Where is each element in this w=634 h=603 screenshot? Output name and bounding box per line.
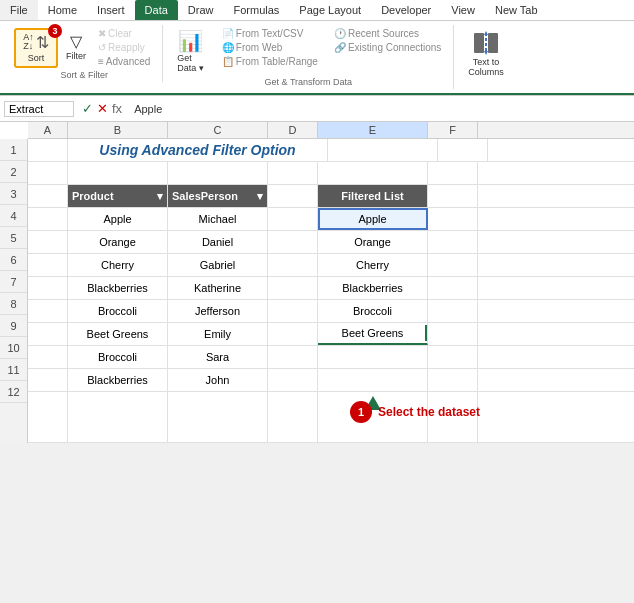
cell-c3-salesperson-header[interactable]: SalesPerson ▾: [168, 185, 268, 207]
cell-f11[interactable]: [428, 369, 478, 391]
recent-sources-button[interactable]: 🕐 Recent Sources: [330, 27, 445, 40]
cell-d5[interactable]: [268, 231, 318, 253]
cell-e7[interactable]: Blackberries: [318, 277, 428, 299]
cell-e2[interactable]: [318, 162, 428, 184]
cell-c11[interactable]: John: [168, 369, 268, 391]
col-header-f[interactable]: F: [428, 122, 478, 138]
function-icon[interactable]: fx: [112, 101, 122, 116]
cancel-formula-icon[interactable]: ✕: [97, 101, 108, 116]
cell-c4[interactable]: Michael: [168, 208, 268, 230]
cell-d2[interactable]: [268, 162, 318, 184]
cell-e1[interactable]: [328, 139, 438, 161]
tab-data[interactable]: Data: [135, 0, 178, 20]
col-header-c[interactable]: C: [168, 122, 268, 138]
cell-b4[interactable]: Apple: [68, 208, 168, 230]
cell-a9[interactable]: [28, 323, 68, 345]
cell-d12[interactable]: [268, 392, 318, 442]
row-header-8[interactable]: 8: [0, 293, 27, 315]
col-header-b[interactable]: B: [68, 122, 168, 138]
cell-b12[interactable]: [68, 392, 168, 442]
cell-a11[interactable]: [28, 369, 68, 391]
cell-b1[interactable]: Using Advanced Filter Option: [68, 139, 328, 161]
row-header-1[interactable]: 1: [0, 139, 27, 161]
tab-draw[interactable]: Draw: [178, 0, 224, 20]
tab-formulas[interactable]: Formulas: [224, 0, 290, 20]
cell-f5[interactable]: [428, 231, 478, 253]
cell-e10[interactable]: [318, 346, 428, 368]
text-to-columns-button[interactable]: Text toColumns: [462, 27, 510, 79]
cell-a6[interactable]: [28, 254, 68, 276]
cell-a4[interactable]: [28, 208, 68, 230]
cell-e5[interactable]: Orange: [318, 231, 428, 253]
cell-f1[interactable]: [438, 139, 488, 161]
cell-a5[interactable]: [28, 231, 68, 253]
cell-e3-filtered-list-header[interactable]: Filtered List: [318, 185, 428, 207]
row-header-5[interactable]: 5: [0, 227, 27, 249]
cell-f4[interactable]: [428, 208, 478, 230]
cell-f8[interactable]: [428, 300, 478, 322]
cell-f3[interactable]: [428, 185, 478, 207]
checkmark-icon[interactable]: ✓: [82, 101, 93, 116]
from-web-button[interactable]: 🌐 From Web: [218, 41, 322, 54]
cell-f6[interactable]: [428, 254, 478, 276]
col-header-a[interactable]: A: [28, 122, 68, 138]
col-header-e[interactable]: E: [318, 122, 428, 138]
advanced-button[interactable]: ≡ Advanced: [94, 55, 154, 68]
cell-f7[interactable]: [428, 277, 478, 299]
tab-developer[interactable]: Developer: [371, 0, 441, 20]
cell-c6[interactable]: Gabriel: [168, 254, 268, 276]
from-table-button[interactable]: 📋 From Table/Range: [218, 55, 322, 68]
cell-a12[interactable]: [28, 392, 68, 442]
cell-f2[interactable]: [428, 162, 478, 184]
cell-d10[interactable]: [268, 346, 318, 368]
cell-e4[interactable]: Apple: [318, 208, 428, 230]
tab-insert[interactable]: Insert: [87, 0, 135, 20]
cell-b6[interactable]: Cherry: [68, 254, 168, 276]
formula-input[interactable]: [130, 102, 630, 116]
row-header-3[interactable]: 3: [0, 183, 27, 205]
row-header-9[interactable]: 9: [0, 315, 27, 337]
tab-home[interactable]: Home: [38, 0, 87, 20]
cell-e11[interactable]: [318, 369, 428, 391]
cell-c9[interactable]: Emily: [168, 323, 268, 345]
cell-c8[interactable]: Jefferson: [168, 300, 268, 322]
salesperson-filter-icon[interactable]: ▾: [257, 190, 263, 203]
cell-f10[interactable]: [428, 346, 478, 368]
col-header-d[interactable]: D: [268, 122, 318, 138]
existing-connections-button[interactable]: 🔗 Existing Connections: [330, 41, 445, 54]
cell-a7[interactable]: [28, 277, 68, 299]
row-header-10[interactable]: 10: [0, 337, 27, 359]
cell-b10[interactable]: Broccoli: [68, 346, 168, 368]
cell-c2[interactable]: [168, 162, 268, 184]
cell-b8[interactable]: Broccoli: [68, 300, 168, 322]
row-header-7[interactable]: 7: [0, 271, 27, 293]
cell-a1[interactable]: [28, 139, 68, 161]
cell-d9[interactable]: [268, 323, 318, 345]
cell-d4[interactable]: [268, 208, 318, 230]
cell-e9[interactable]: Beet Greens: [318, 323, 428, 345]
cell-a3[interactable]: [28, 185, 68, 207]
cell-d3[interactable]: [268, 185, 318, 207]
cell-c10[interactable]: Sara: [168, 346, 268, 368]
cell-e8[interactable]: Broccoli: [318, 300, 428, 322]
cell-b11[interactable]: Blackberries: [68, 369, 168, 391]
cell-c5[interactable]: Daniel: [168, 231, 268, 253]
row-header-11[interactable]: 11: [0, 359, 27, 381]
cell-e6[interactable]: Cherry: [318, 254, 428, 276]
get-data-button[interactable]: 📊 GetData ▾: [171, 27, 210, 75]
cell-d6[interactable]: [268, 254, 318, 276]
from-text-csv-button[interactable]: 📄 From Text/CSV: [218, 27, 322, 40]
cell-c12[interactable]: [168, 392, 268, 442]
row-header-4[interactable]: 4: [0, 205, 27, 227]
cell-b5[interactable]: Orange: [68, 231, 168, 253]
cell-a2[interactable]: [28, 162, 68, 184]
cell-d8[interactable]: [268, 300, 318, 322]
tab-page-layout[interactable]: Page Layout: [289, 0, 371, 20]
cell-b2[interactable]: [68, 162, 168, 184]
row-header-2[interactable]: 2: [0, 161, 27, 183]
row-header-6[interactable]: 6: [0, 249, 27, 271]
cell-a10[interactable]: [28, 346, 68, 368]
cell-b3-product-header[interactable]: Product ▾: [68, 185, 168, 207]
tab-file[interactable]: File: [0, 0, 38, 20]
cell-f9[interactable]: [428, 323, 478, 345]
